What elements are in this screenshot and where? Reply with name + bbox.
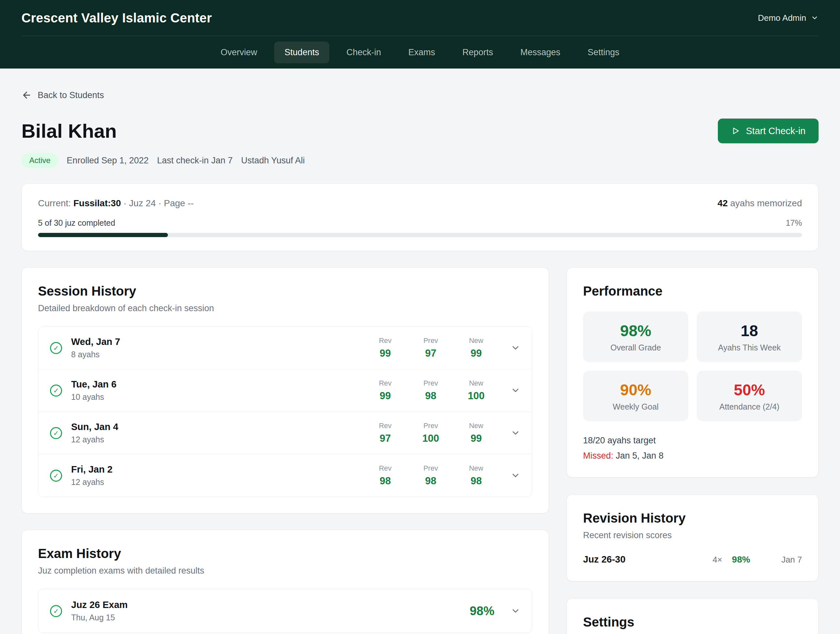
session-ayah-count: 12 ayahs: [71, 435, 358, 444]
session-ayah-count: 12 ayahs: [71, 478, 358, 487]
new-score: New 100: [458, 379, 494, 402]
start-checkin-label: Start Check-in: [746, 126, 805, 136]
nav-settings[interactable]: Settings: [577, 42, 630, 63]
attendance-tile: 50% Attendance (2/4): [697, 371, 802, 421]
session-date: Tue, Jan 6: [71, 379, 358, 390]
main-nav: Overview Students Check-in Exams Reports…: [0, 36, 840, 69]
user-menu[interactable]: Demo Admin: [758, 13, 819, 23]
exam-history-card: Exam History Juz completion exams with d…: [21, 530, 549, 634]
performance-card: Performance 98% Overall Grade 18 Ayahs T…: [567, 267, 819, 478]
revision-count: 4×: [713, 555, 722, 565]
current-surah: Fussilat:30: [73, 198, 121, 208]
session-date: Fri, Jan 2: [71, 464, 358, 475]
page-content: Back to Students Bilal Khan Start Check-…: [0, 69, 840, 634]
revision-row: Juz 26-30 4× 98% Jan 7: [583, 554, 802, 565]
weekly-goal-tile: 90% Weekly Goal: [583, 371, 688, 421]
user-menu-label: Demo Admin: [758, 13, 806, 23]
session-info: Tue, Jan 6 10 ayahs: [71, 379, 358, 402]
revision-stats: 4× 98% Jan 7: [713, 554, 802, 565]
chevron-down-icon[interactable]: [511, 428, 520, 438]
check-circle-icon: ✓: [50, 605, 62, 617]
enrolled-date: Enrolled Sep 1, 2022: [66, 156, 148, 166]
progress-bar-fill: [38, 233, 168, 237]
session-history-card: Session History Detailed breakdown of ea…: [21, 267, 549, 514]
session-date: Wed, Jan 7: [71, 336, 358, 347]
rev-score: Rev 97: [367, 421, 403, 444]
revision-history-card: Revision History Recent revision scores …: [567, 494, 819, 581]
exam-history-subtitle: Juz completion exams with detailed resul…: [38, 566, 532, 576]
rev-score: Rev 99: [367, 379, 403, 402]
session-row[interactable]: ✓ Tue, Jan 6 10 ayahs Rev 99 Prev 98: [38, 369, 532, 412]
start-checkin-button[interactable]: Start Check-in: [718, 118, 819, 143]
current-label: Current:: [38, 198, 71, 208]
memorized-count: 42: [718, 198, 728, 208]
new-score: New 98: [458, 464, 494, 487]
percent-label: 17%: [786, 218, 802, 228]
check-circle-icon: ✓: [50, 470, 62, 482]
session-history-subtitle: Detailed breakdown of each check-in sess…: [38, 303, 532, 314]
memorized-total: 42 ayahs memorized: [718, 198, 802, 208]
nav-overview[interactable]: Overview: [210, 42, 268, 63]
exam-history-title: Exam History: [38, 546, 532, 561]
nav-reports[interactable]: Reports: [452, 42, 504, 63]
session-row[interactable]: ✓ Wed, Jan 7 8 ayahs Rev 99 Prev 97: [38, 327, 532, 369]
page-title: Bilal Khan: [21, 120, 117, 142]
new-score: New 99: [458, 336, 494, 359]
revision-range: Juz 26-30: [583, 554, 625, 565]
session-info: Wed, Jan 7 8 ayahs: [71, 336, 358, 359]
missed-dates: Jan 5, Jan 8: [616, 451, 664, 461]
play-icon: [731, 126, 740, 136]
exam-date: Thu, Aug 15: [71, 613, 454, 622]
nav-messages[interactable]: Messages: [510, 42, 571, 63]
revision-score: 98%: [732, 554, 750, 565]
chevron-down-icon[interactable]: [511, 606, 520, 616]
chevron-down-icon[interactable]: [511, 386, 520, 395]
right-column: Performance 98% Overall Grade 18 Ayahs T…: [567, 267, 819, 634]
memorized-label: ayahs memorized: [730, 198, 802, 208]
nav-exams[interactable]: Exams: [398, 42, 446, 63]
left-column: Session History Detailed breakdown of ea…: [21, 267, 549, 634]
teacher-name: Ustadh Yusuf Ali: [241, 156, 305, 166]
rev-score: Rev 98: [367, 464, 403, 487]
check-circle-icon: ✓: [50, 427, 62, 439]
session-date: Sun, Jan 4: [71, 421, 358, 432]
ayahs-this-week-tile: 18 Ayahs This Week: [697, 311, 802, 362]
performance-title: Performance: [583, 284, 802, 298]
status-badge: Active: [21, 153, 58, 168]
missed-days: Missed: Jan 5, Jan 8: [583, 451, 802, 461]
chevron-down-icon[interactable]: [511, 471, 520, 480]
progress-summary-card: Current: Fussilat:30 · Juz 24 · Page -- …: [21, 183, 819, 251]
session-list: ✓ Wed, Jan 7 8 ayahs Rev 99 Prev 97: [38, 326, 532, 497]
revision-date: Jan 7: [781, 555, 802, 565]
exam-row[interactable]: ✓ Juz 26 Exam Thu, Aug 15 98%: [38, 589, 532, 633]
rev-score: Rev 99: [367, 336, 403, 359]
nav-check-in[interactable]: Check-in: [336, 42, 392, 63]
session-row[interactable]: ✓ Sun, Jan 4 12 ayahs Rev 97 Prev 100: [38, 412, 532, 454]
juz-completed-label: 5 of 30 juz completed: [38, 218, 115, 228]
session-row[interactable]: ✓ Fri, Jan 2 12 ayahs Rev 98 Prev 98: [38, 454, 532, 497]
settings-title: Settings: [583, 615, 802, 629]
current-position: Current: Fussilat:30 · Juz 24 · Page --: [38, 198, 194, 208]
prev-score: Prev 98: [412, 464, 449, 487]
app-title: Crescent Valley Islamic Center: [21, 11, 212, 25]
overall-grade-tile: 98% Overall Grade: [583, 311, 688, 362]
progress-bar: [38, 233, 802, 237]
settings-card: Settings Daily Goal 10 ayahs: [567, 598, 819, 634]
arrow-left-icon: [21, 90, 32, 100]
chevron-down-icon[interactable]: [511, 343, 520, 353]
missed-label: Missed:: [583, 451, 613, 461]
prev-score: Prev 98: [412, 379, 449, 402]
prev-score: Prev 97: [412, 336, 449, 359]
nav-students[interactable]: Students: [274, 42, 330, 63]
session-info: Fri, Jan 2 12 ayahs: [71, 464, 358, 487]
back-link[interactable]: Back to Students: [21, 90, 104, 100]
exam-info: Juz 26 Exam Thu, Aug 15: [71, 599, 454, 622]
session-info: Sun, Jan 4 12 ayahs: [71, 421, 358, 444]
ayahs-target: 18/20 ayahs target: [583, 435, 802, 446]
session-history-title: Session History: [38, 284, 532, 298]
revision-history-subtitle: Recent revision scores: [583, 530, 802, 541]
session-ayah-count: 8 ayahs: [71, 350, 358, 359]
chevron-down-icon: [811, 14, 819, 22]
new-score: New 99: [458, 421, 494, 444]
exam-score: 98%: [470, 604, 494, 618]
